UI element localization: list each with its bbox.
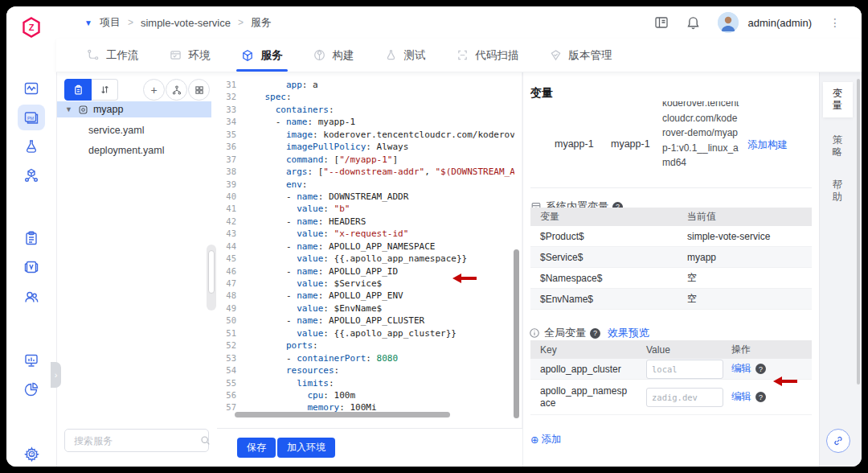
tab-service[interactable]: 服务 [241,39,283,72]
tab-code-scan[interactable]: 代码扫描 [457,39,519,72]
service-node-icon [78,105,88,115]
projects-icon[interactable]: PM [18,105,45,130]
breadcrumb-project[interactable]: 项目 [100,15,121,30]
code-line[interactable]: 37 command: ["/myapp-1"] [217,154,514,166]
global-var-value-input[interactable] [646,360,723,379]
table-row: $Namespace$空 [530,268,812,289]
build-service-name: myapp-1 [555,138,594,150]
code-line[interactable]: 51 value: {{.apollo_app_cluster}} [217,327,514,339]
code-line[interactable]: 31 app: a [217,79,514,91]
yaml-code-editor[interactable]: 31 app: a32 spec:33 containers:34 - name… [217,72,514,428]
delivery-icon[interactable] [18,162,45,188]
build-module-name: myapp-1 [611,138,650,150]
line-number: 35 [217,129,236,141]
service-search-input[interactable] [72,434,200,447]
code-line[interactable]: 33 containers: [217,104,514,116]
right-tab-variables[interactable]: 变量 [823,82,853,117]
more-menu-icon[interactable]: ⋮ [829,16,841,29]
code-line[interactable]: 42 - name: HEADERS [217,216,514,228]
docs-icon[interactable] [654,16,669,29]
global-var-value-input[interactable] [646,388,723,407]
code-line[interactable]: 38 args: ["--downstream-addr", "$(DOWNST… [217,166,514,178]
list-view-toggle-icon[interactable] [64,79,92,101]
line-number: 56 [217,389,236,401]
module-tabbar: 工作流 环境 服务 构建 测试 代码扫描 版本管理 [56,39,862,72]
tree-expand-caret-icon[interactable]: ▼ [65,105,72,113]
code-line[interactable]: 52 ports: [217,339,514,352]
test-flask-icon[interactable] [18,134,45,159]
column-header: 变量 [530,208,678,226]
right-tab-policy[interactable]: 策略 [823,129,853,164]
right-tab-help[interactable]: 帮助 [823,174,853,209]
global-vars-table: Key Value 操作 apollo_app_cluster 编辑? apol… [530,340,812,415]
code-line[interactable]: 45 value: {{.apollo_app_namespace}} [217,253,514,265]
line-number: 41 [217,203,236,215]
tree-item-label: myapp [93,104,124,115]
tab-build[interactable]: 构建 [313,39,354,72]
code-line[interactable]: 55 limits: [217,377,514,389]
global-vars-info-icon [529,327,540,339]
code-line[interactable]: 54 resources: [217,364,514,376]
line-number: 32 [217,91,236,103]
line-number: 47 [217,278,236,290]
grid-view-button[interactable] [188,79,210,101]
code-line[interactable]: 50 - name: APOLLO_APP_CLUSTER [217,315,514,327]
zadig-logo-icon[interactable]: Z [20,16,43,39]
svg-text:PM: PM [27,116,35,121]
help-question-icon[interactable]: ? [590,328,600,339]
code-line[interactable]: 43 value: "x-request-id" [217,228,514,240]
tab-test[interactable]: 测试 [385,39,426,72]
editor-horizontal-scrollbar[interactable] [235,412,450,417]
code-line[interactable]: 53 - containerPort: 8080 [217,352,514,364]
code-line[interactable]: 49 value: $EnvName$ [217,302,514,315]
tab-version-management[interactable]: 版本管理 [550,39,612,72]
join-environment-button[interactable]: 加入环境 [277,438,335,458]
help-question-icon[interactable]: ? [755,364,766,374]
code-line[interactable]: 35 image: koderover.tencentcloudcr.com/k… [217,129,514,141]
dashboard-icon[interactable] [18,76,45,101]
clipboard-icon[interactable] [18,225,45,251]
help-question-icon[interactable]: ? [755,392,766,402]
code-line[interactable]: 48 - name: APOLLO_APP_ENV [217,290,514,302]
pie-chart-icon[interactable] [18,376,45,402]
global-vars-header: 全局变量 ? 效果预览 [529,326,649,340]
tree-structure-button[interactable] [166,79,187,101]
monitor-stats-icon[interactable] [18,348,45,373]
tab-workflow[interactable]: 工作流 [87,39,139,72]
code-line[interactable]: 41 value: "b" [217,203,514,215]
save-button[interactable]: 保存 [237,438,276,458]
edit-link[interactable]: 编辑 [731,362,751,376]
user-avatar[interactable] [718,12,739,33]
settings-gear-icon[interactable]: Z [18,441,45,467]
code-line[interactable]: 39 env: [217,179,514,191]
code-line[interactable]: 32 spec: [217,91,514,103]
add-service-button[interactable]: + [143,79,165,101]
tree-item-myapp[interactable]: ▼ myapp [57,101,211,117]
tree-item-service-yaml[interactable]: service.yaml [88,125,144,136]
code-line[interactable]: 36 imagePullPolicy: Always [217,141,514,153]
username-label[interactable]: admin(admin) [748,17,812,29]
users-icon[interactable] [18,284,45,310]
code-line[interactable]: 40 - name: DOWNSTREAM_ADDR [217,191,514,203]
line-number: 39 [217,179,236,191]
service-search [64,429,209,452]
edit-link[interactable]: 编辑 [731,390,751,404]
sidebar-collapse-handle[interactable]: › [51,362,61,388]
notifications-bell-icon[interactable] [686,16,700,30]
code-line[interactable]: 44 - name: APOLLO_APP_NAMESPACE [217,241,514,253]
tab-environment[interactable]: 环境 [170,39,211,72]
version-doc-icon[interactable] [18,254,45,280]
window-scrollbar-thumb[interactable] [857,79,860,385]
tree-item-deployment-yaml[interactable]: deployment.yaml [88,145,165,156]
code-line[interactable]: 34 - name: myapp-1 [217,116,514,128]
breadcrumb-caret-icon[interactable]: ▼ [84,19,92,27]
add-build-link[interactable]: 添加构建 [747,138,788,152]
sort-toggle-icon[interactable] [92,79,118,101]
share-link-button[interactable] [826,429,850,453]
editor-vertical-scrollbar[interactable] [514,249,519,418]
breadcrumb-project-name[interactable]: simple-vote-service [141,17,231,29]
add-global-var-link[interactable]: ⊕ 添加 [530,433,561,446]
preview-link[interactable]: 效果预览 [608,326,649,340]
code-line[interactable]: 56 cpu: 100m [217,389,514,401]
panel-scrollbar-thumb[interactable] [208,250,215,294]
